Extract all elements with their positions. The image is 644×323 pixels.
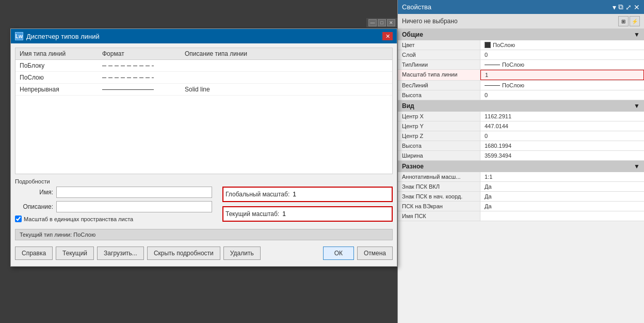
lineweight-preview-icon — [485, 85, 500, 86]
panel-close-button[interactable]: ✕ — [634, 3, 640, 11]
linetype-manager-dialog: Lw Диспетчер типов линий ✕ Имя типа лини… — [10, 28, 397, 267]
linetype-desc: Solid line — [185, 86, 388, 93]
description-input[interactable] — [56, 201, 212, 212]
quick-select-icon[interactable]: ⚡ — [630, 16, 640, 26]
prop-label-view-width: Ширина — [398, 151, 480, 160]
table-row[interactable]: Непрерывная Solid line — [15, 84, 392, 96]
select-all-icon[interactable]: ⊞ — [618, 16, 629, 26]
global-scale-label: Глобальный масштаб: — [226, 191, 292, 198]
prop-row-annotation-scale: Аннотативный масш... 1:1 — [398, 172, 644, 182]
linetypes-table: Имя типа линий Формат Описание типа лини… — [15, 48, 393, 174]
prop-value-center-y[interactable]: 447.0144 — [480, 121, 644, 131]
panel-titlebar: Свойства ▾ ⧉ ⤢ ✕ — [398, 0, 644, 14]
help-button[interactable]: Справка — [15, 247, 53, 260]
prop-row-center-y: Центр Y 447.0144 — [398, 121, 644, 131]
section-header-misc[interactable]: Разное ▼ — [398, 161, 644, 172]
prop-value-view-width[interactable]: 3599.3494 — [480, 151, 644, 160]
dialog-app-icon: Lw — [15, 32, 23, 40]
prop-label-center-z: Центр Z — [398, 131, 480, 141]
minimize-button[interactable]: — — [368, 19, 377, 26]
linetype-name: ПоСлою — [20, 74, 102, 81]
col-header-name: Имя типа линий — [20, 50, 102, 57]
solid-line-icon — [102, 89, 154, 90]
table-row[interactable]: ПоБлоку — [15, 60, 392, 72]
prop-row-ucs-origin: Знак ПСК в нач. коорд. Да — [398, 192, 644, 202]
prop-value-ucs-icon[interactable]: Да — [480, 182, 644, 191]
desc-label: Описание: — [15, 203, 56, 210]
linetype-name: ПоБлоку — [20, 62, 102, 69]
prop-label-color: Цвет — [398, 40, 480, 50]
linetype-preview-icon — [485, 65, 500, 65]
main-window-area: — □ ✕ Lw Диспетчер типов линий ✕ Имя тип… — [0, 0, 397, 323]
prop-label-linetype-scale: Масштаб типа линии — [398, 70, 480, 80]
name-input[interactable] — [56, 187, 212, 198]
global-scale-row: Глобальный масштаб: — [222, 187, 393, 202]
prop-row-lineweight: ВесЛиний ПоСлою — [398, 81, 644, 90]
col-header-format: Формат — [102, 50, 185, 57]
current-button[interactable]: Текущий — [56, 247, 94, 260]
prop-row-view-width: Ширина 3599.3494 — [398, 151, 644, 161]
dialog-close-button[interactable]: ✕ — [382, 32, 393, 40]
prop-label-center-y: Центр Y — [398, 121, 480, 131]
details-right: Глобальный масштаб: Текущий масштаб: — [222, 187, 393, 226]
name-field-row: Имя: — [15, 187, 212, 198]
prop-value-linetype-scale[interactable]: 1 — [480, 70, 644, 80]
panel-icon-2[interactable]: ⧉ — [618, 3, 623, 11]
current-scale-input[interactable] — [281, 208, 390, 220]
details-section: Подробности Имя: Описание: — [15, 178, 393, 226]
scale-checkbox[interactable] — [15, 216, 22, 222]
maximize-button[interactable]: □ — [378, 19, 386, 26]
table-row[interactable]: ПоСлою — [15, 72, 392, 84]
prop-row-center-x: Центр X 1162.2911 — [398, 112, 644, 121]
prop-value-ucs-origin[interactable]: Да — [480, 192, 644, 201]
prop-label-annotation-scale: Аннотативный масш... — [398, 172, 480, 181]
prop-row-linetype-scale: Масштаб типа линии 1 — [398, 70, 644, 81]
linetype-format — [102, 66, 185, 66]
table-header: Имя типа линий Формат Описание типа лини… — [15, 48, 392, 60]
prop-value-center-x[interactable]: 1162.2911 — [480, 112, 644, 121]
prop-row-center-z: Центр Z 0 — [398, 131, 644, 141]
checkbox-row: Масштаб в единицах пространства листа — [15, 216, 212, 222]
panel-icon-1[interactable]: ▾ — [613, 3, 616, 11]
prop-row-ucs-icon: Знак ПСК ВКЛ Да — [398, 182, 644, 192]
section-header-view[interactable]: Вид ▼ — [398, 100, 644, 112]
prop-label-ucs-viewport: ПСК на ВЭкран — [398, 202, 480, 211]
main-titlebar: — □ ✕ — [366, 18, 397, 27]
linetypes-rows[interactable]: ПоБлоку ПоСлою — [15, 60, 392, 174]
prop-value-annotation-scale[interactable]: 1:1 — [480, 172, 644, 181]
current-scale-label: Текущий масштаб: — [226, 210, 281, 218]
prop-value-height-general[interactable]: 0 — [480, 90, 644, 100]
linetype-name: Непрерывная — [20, 86, 102, 93]
load-button[interactable]: Загрузить... — [97, 247, 144, 260]
ok-button[interactable]: ОК — [323, 247, 354, 260]
dashed-line-icon — [102, 78, 154, 78]
close-main-button[interactable]: ✕ — [387, 19, 395, 26]
prop-value-ucs-name[interactable] — [480, 211, 644, 221]
prop-value-linetype[interactable]: ПоСлою — [480, 60, 644, 69]
prop-label-linetype: ТипЛинии — [398, 60, 480, 69]
prop-value-lineweight[interactable]: ПоСлою — [480, 81, 644, 90]
panel-icon-3[interactable]: ⤢ — [625, 3, 632, 11]
prop-row-height-general: Высота 0 — [398, 90, 644, 100]
prop-row-ucs-name: Имя ПСК — [398, 211, 644, 221]
delete-button[interactable]: Удалить — [223, 247, 261, 260]
prop-label-view-height: Высота — [398, 141, 480, 150]
prop-label-ucs-icon: Знак ПСК ВКЛ — [398, 182, 480, 191]
prop-value-view-height[interactable]: 1680.1994 — [480, 141, 644, 150]
prop-value-ucs-viewport[interactable]: Да — [480, 202, 644, 211]
hide-details-button[interactable]: Скрыть подробности — [147, 247, 220, 260]
details-label: Подробности — [15, 178, 393, 184]
prop-value-layer[interactable]: 0 — [480, 50, 644, 59]
section-header-general[interactable]: Общие ▼ — [398, 29, 644, 40]
prop-label-ucs-name: Имя ПСК — [398, 211, 480, 221]
prop-value-center-z[interactable]: 0 — [480, 131, 644, 141]
panel-selection-header: Ничего не выбрано ⊞ ⚡ — [398, 14, 644, 29]
linetype-format — [102, 78, 185, 78]
cancel-button[interactable]: Отмена — [357, 247, 393, 260]
properties-content: Общие ▼ Цвет ПоСлою Слой 0 ТипЛинии ПоСл… — [398, 29, 644, 323]
dialog-buttons: Справка Текущий Загрузить... Скрыть подр… — [15, 244, 393, 262]
prop-value-color[interactable]: ПоСлою — [480, 40, 644, 50]
global-scale-input[interactable] — [292, 189, 390, 200]
prop-label-center-x: Центр X — [398, 112, 480, 121]
dialog-title: Диспетчер типов линий — [26, 33, 100, 40]
